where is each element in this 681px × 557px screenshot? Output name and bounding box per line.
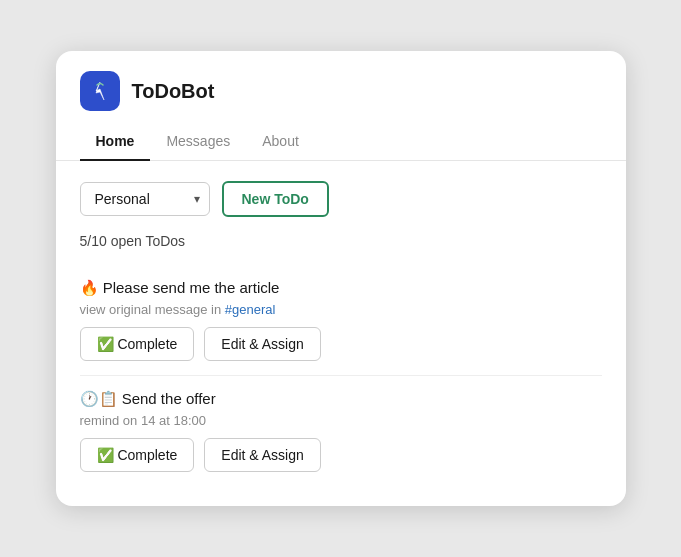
channel-link[interactable]: #general xyxy=(225,302,276,317)
complete-button[interactable]: ✅ Complete xyxy=(80,327,195,361)
tab-home[interactable]: Home xyxy=(80,123,151,161)
nav-tabs: Home Messages About xyxy=(56,123,626,161)
todo-meta: view original message in #general xyxy=(80,302,602,317)
app-header: ToDoBot xyxy=(56,51,626,123)
app-card: ToDoBot Home Messages About Personal Wor… xyxy=(56,51,626,506)
todo-title: 🕐📋 Send the offer xyxy=(80,390,602,408)
todo-title: 🔥 Please send me the article xyxy=(80,279,602,297)
todo-meta-text: view original message in xyxy=(80,302,225,317)
todo-item: 🕐📋 Send the offer remind on 14 at 18:00 … xyxy=(80,376,602,486)
complete-button[interactable]: ✅ Complete xyxy=(80,438,195,472)
todo-actions: ✅ Complete Edit & Assign xyxy=(80,327,602,361)
toolbar: Personal Work Team ▾ New ToDo xyxy=(80,181,602,217)
todo-title-text: Please send me the article xyxy=(103,279,280,296)
category-select-wrapper: Personal Work Team ▾ xyxy=(80,182,210,216)
todo-remind-text: remind on 14 at 18:00 xyxy=(80,413,206,428)
app-title: ToDoBot xyxy=(132,80,215,103)
tab-messages[interactable]: Messages xyxy=(150,123,246,161)
new-todo-button[interactable]: New ToDo xyxy=(222,181,329,217)
tab-about[interactable]: About xyxy=(246,123,315,161)
main-content: Personal Work Team ▾ New ToDo 5/10 open … xyxy=(56,161,626,506)
todo-title-text: Send the offer xyxy=(122,390,216,407)
edit-assign-button[interactable]: Edit & Assign xyxy=(204,327,321,361)
todo-item: 🔥 Please send me the article view origin… xyxy=(80,265,602,376)
todo-meta: remind on 14 at 18:00 xyxy=(80,413,602,428)
todo-count: 5/10 open ToDos xyxy=(80,233,602,249)
todo-actions: ✅ Complete Edit & Assign xyxy=(80,438,602,472)
app-icon xyxy=(80,71,120,111)
edit-assign-button[interactable]: Edit & Assign xyxy=(204,438,321,472)
todo-emoji: 🔥 xyxy=(80,279,99,296)
category-select[interactable]: Personal Work Team xyxy=(80,182,210,216)
todo-emoji: 🕐📋 xyxy=(80,390,118,407)
